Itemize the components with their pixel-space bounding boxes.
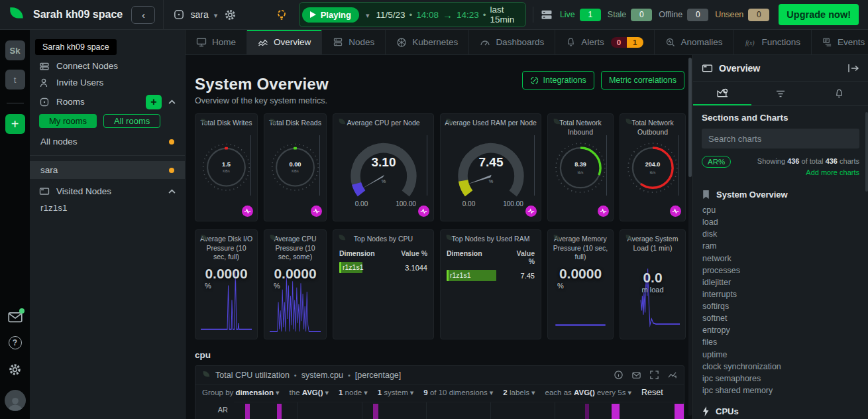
workspace-avatar-sk[interactable]: Sk [5,40,25,60]
chart-card-average-used-ram-per-node[interactable]: Average Used RAM per Node 7.45 % 0.00 10… [440,113,541,221]
chart-section-item[interactable]: ipc shared memory [702,385,859,396]
time-chevron-icon[interactable] [366,10,370,20]
tab-alerts-bell[interactable] [810,82,868,105]
workspace-avatar-t[interactable]: t [5,70,25,90]
tab-alerts[interactable]: Alerts 0 1 [555,30,654,54]
reset-button[interactable]: Reset [641,388,663,397]
chart-card-avg-memory-pressure[interactable]: Average Memory Pressure (10 sec, full) 0… [547,229,614,339]
tab-dashboards[interactable]: Dashboards [469,30,555,54]
all-rooms-toggle[interactable]: All rooms [103,114,160,128]
settings-icon[interactable] [8,363,22,377]
add-workspace-button[interactable]: + [5,114,25,134]
integrations-button[interactable]: Integrations [522,71,594,90]
ar-percent-badge[interactable]: AR% [702,156,731,168]
time-aggregation-dropdown[interactable]: each as AVG() every 5s [545,389,631,397]
main-scrollbar[interactable] [688,58,692,416]
nodes-indicator-icon[interactable] [540,8,553,21]
chart-card-average-cpu-per-node[interactable]: Average CPU per Node 3.10 % 0.00 100.00 [333,113,434,221]
chart-card-total-network-outbound[interactable]: Total Network Outbound 204.0 kb/s [620,113,686,221]
chart-section-item[interactable]: load [702,216,859,228]
groupby-dropdown[interactable]: Group by dimension [202,389,280,397]
chart-section-item[interactable]: processes [702,265,859,276]
rooms-header[interactable]: Rooms + [30,93,185,110]
chart-card-total-network-inbound[interactable]: Total Network Inbound 8.39 kb/s [547,113,614,221]
tab-filters[interactable] [751,82,810,105]
tab-nodes[interactable]: Nodes [322,30,386,54]
chart-section-item[interactable]: clock synchronization [702,361,859,373]
chart-section-item[interactable]: ram [702,240,859,252]
tab-kubernetes[interactable]: Kubernetes [386,30,469,54]
add-room-button[interactable]: + [146,95,162,109]
info-icon[interactable] [614,370,624,380]
offline-count[interactable]: Offline 0 [659,9,708,21]
room-item-all-nodes[interactable]: All nodes [30,133,185,150]
anomaly-rate-icon[interactable] [242,206,253,217]
user-avatar[interactable] [5,390,26,411]
collapse-right-icon[interactable] [847,64,859,73]
time-range-picker[interactable]: Playing 11/5/23 14:08 → 14:23 last 15min [299,2,526,27]
chart-card-avg-cpu-pressure[interactable]: Average CPU Pressure (10 sec, some) 0.00… [264,229,327,339]
instances-dropdown[interactable]: 1 system [378,389,414,397]
tab-anomalies[interactable]: Anomalies [655,30,734,54]
anomaly-rate-icon[interactable] [525,206,537,217]
visited-nodes-header[interactable]: Visited Nodes [30,183,185,200]
group-cpus[interactable]: CPUs [702,406,859,416]
chart-section-item[interactable]: entropy [702,324,859,336]
news-envelope-icon[interactable] [8,311,23,323]
anomaly-rate-icon[interactable] [418,206,429,217]
group-system-overview[interactable]: System Overview [702,190,859,200]
chart-section-item[interactable]: files [702,336,859,348]
anomaly-rate-icon[interactable] [311,206,322,217]
unseen-count[interactable]: Unseen 0 [715,9,769,21]
chart-section-item[interactable]: softnet [702,312,859,324]
chart-section-item[interactable]: cpu [702,204,859,216]
tab-sections-charts[interactable] [693,82,751,105]
visited-node-r1z1s1[interactable]: r1z1s1 [30,200,185,216]
settings-gear-icon[interactable] [224,9,237,21]
sidebar-collapse-button[interactable]: ‹ [131,6,155,24]
table-row[interactable]: r1z1s1 7.45 [445,270,537,281]
connect-nodes-item[interactable]: Connect Nodes [30,58,185,74]
chart-card-total-disk-reads[interactable]: Total Disk Reads 0.00 KiB/s [264,113,327,221]
cpu-utilization-chart[interactable]: Total CPU utilization system.cpu [percen… [195,365,684,419]
alert-bell-icon[interactable] [631,370,641,380]
upgrade-button[interactable]: Upgrade now! [779,4,859,25]
rightbar-scrollbar[interactable] [865,112,868,192]
playing-button[interactable]: Playing [302,7,359,23]
add-more-charts-link[interactable]: Add more charts [757,167,859,178]
chart-section-item[interactable]: interrupts [702,288,859,300]
tips-bulb-icon[interactable] [275,8,288,21]
table-row[interactable]: r1z1s1 3.1044 [337,262,429,273]
rooms-collapse-chevron-icon[interactable] [168,99,176,105]
nodes-dropdown[interactable]: 1 node [339,389,368,397]
chart-card-total-disk-writes[interactable]: Total Disk Writes 1.5 KiB/s [195,113,258,221]
chart-section-item[interactable]: softirqs [702,300,859,312]
labels-dropdown[interactable]: 2 labels [503,389,535,397]
chart-section-item[interactable]: uptime [702,349,859,361]
search-charts-input[interactable] [702,129,859,149]
netdata-logo-icon[interactable] [8,6,25,23]
tab-overview[interactable]: Overview [247,30,322,54]
ar-strip[interactable] [234,402,684,419]
my-rooms-toggle[interactable]: My rooms [39,114,97,128]
fullscreen-icon[interactable] [649,370,659,380]
chart-card-top-nodes-by-used-ram[interactable]: Top Nodes by Used RAM Dimension Value % … [440,229,541,339]
help-icon[interactable]: ? [9,336,22,349]
chart-section-item[interactable]: ipc semaphores [702,373,859,385]
tab-events[interactable]: Events [812,30,868,54]
aggregation-dropdown[interactable]: the AVG() [290,389,329,397]
metric-correlations-button[interactable]: Metric correlations [601,71,684,90]
room-item-sara[interactable]: sara [30,161,185,179]
chart-section-item[interactable]: idlejitter [702,276,859,288]
visited-collapse-chevron-icon[interactable] [168,189,176,194]
invite-users-item[interactable]: Invite Users [30,74,185,91]
live-count[interactable]: Live 1 [560,9,601,21]
anomaly-rate-icon[interactable] [598,206,609,217]
chart-card-avg-disk-io-pressure[interactable]: Average Disk I/O Pressure (10 sec, full)… [195,229,258,339]
chart-options-icon[interactable] [667,370,677,380]
chart-card-avg-system-load[interactable]: Average System Load (1 min) 0.0 m load [620,229,686,339]
chart-section-item[interactable]: disk [702,228,859,240]
tab-functions[interactable]: f(x) Functions [734,30,812,54]
dimensions-dropdown[interactable]: 9 of 10 dimensions [423,389,493,397]
stale-count[interactable]: Stale 0 [608,9,653,21]
